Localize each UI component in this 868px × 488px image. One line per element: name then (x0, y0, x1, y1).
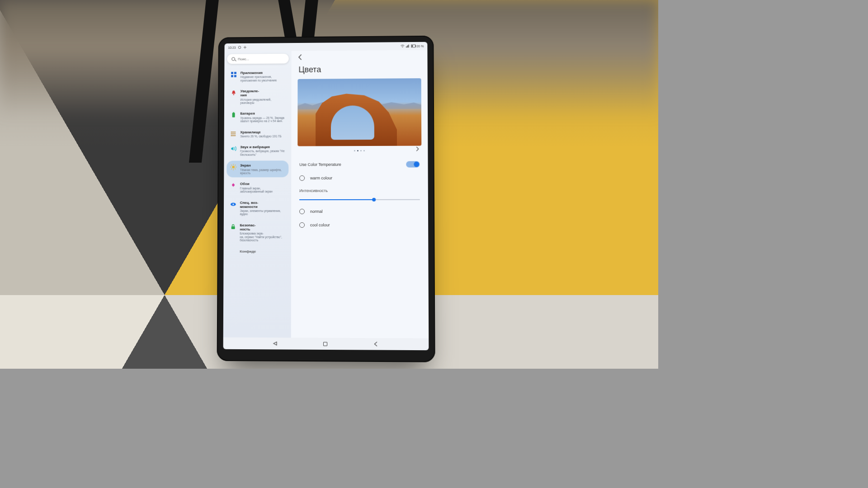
svg-point-12 (231, 133, 232, 134)
sidebar-item-sub: Блокировка экра- на, сервис "Найти устро… (240, 232, 285, 242)
sidebar-item-display[interactable]: Экран Тёмная тема, размер шрифта, яркост… (226, 161, 288, 178)
sidebar-item-storage[interactable]: Хранилище Занято 26 %, свободно 191 ГБ (227, 127, 289, 141)
nav-recents-button[interactable] (272, 340, 278, 347)
sidebar-item-label: Приложения (241, 70, 285, 75)
nav-back-button[interactable] (373, 341, 379, 347)
sidebar-item-sound[interactable]: Звук и вибрация Громкость, вибрация, реж… (226, 142, 288, 159)
radio-label: normal (310, 209, 322, 214)
radio-label: cool colour (310, 223, 330, 227)
system-nav-bar (223, 338, 429, 351)
battery-icon (411, 44, 415, 48)
sidebar-item-sub: Экран, элементы управления, аудио (240, 209, 285, 216)
sidebar-item-sub: Занято 26 %, свободно 191 ГБ (240, 135, 285, 138)
sidebar-item-label: Уведомле- ния (241, 89, 285, 98)
search-placeholder: Поис... (238, 57, 249, 61)
search-icon (231, 57, 235, 61)
sidebar-item-label: Хранилище (240, 130, 285, 134)
sidebar-item-label: Спец. воз- можности (240, 201, 285, 209)
radio-icon (299, 175, 305, 181)
radio-cool-colour[interactable]: cool colour (299, 218, 420, 232)
nav-home-button[interactable] (322, 341, 329, 347)
sidebar-item-label: Конфиде (240, 249, 285, 253)
back-button[interactable] (296, 53, 305, 62)
svg-rect-2 (412, 45, 413, 47)
sidebar-item-sub: Уровень заряда — 26 %. Заряда хватит при… (240, 116, 285, 123)
sidebar-item-sub: Недавние приложения, приложения по умолч… (241, 75, 285, 82)
svg-point-14 (232, 166, 235, 169)
lock-icon (230, 224, 236, 230)
sidebar-item-label: Безопас- ность (240, 223, 285, 231)
radio-label: warm colour (310, 176, 332, 180)
sidebar-item-wallpaper[interactable]: Обои Главный экран, заблокированный экра… (226, 179, 288, 196)
svg-rect-10 (233, 113, 234, 113)
sidebar-item-label: Обои (240, 182, 285, 186)
screen: 10:23 26 % (223, 42, 429, 350)
apps-icon (231, 71, 237, 78)
svg-rect-6 (231, 75, 233, 77)
image-pager (291, 146, 428, 155)
sidebar-item-label: Звук и вибрация (240, 145, 285, 149)
svg-point-11 (231, 131, 232, 132)
radio-icon (299, 222, 305, 228)
radio-normal[interactable]: normal (299, 205, 420, 218)
settings-sidebar: Поис... Приложения Недавние приложения, … (223, 51, 292, 338)
svg-rect-7 (234, 75, 236, 77)
sidebar-item-apps[interactable]: Приложения Недавние приложения, приложен… (227, 68, 289, 84)
privacy-icon (230, 250, 236, 256)
signal-icon (406, 44, 409, 48)
bell-icon (231, 90, 237, 96)
sidebar-item-sub: Громкость, вибрация, режим "Не беспокоит… (240, 150, 285, 156)
svg-point-0 (238, 46, 241, 49)
sidebar-item-privacy[interactable]: Конфиде (226, 247, 288, 259)
wallpaper-icon (230, 183, 236, 189)
wifi-icon (400, 44, 404, 48)
sidebar-item-label: Экран (240, 164, 285, 168)
volume-icon (230, 145, 236, 152)
sidebar-item-accessibility[interactable]: Спец. воз- можности Экран, элементы упра… (226, 198, 288, 219)
status-time: 10:23 (228, 46, 236, 49)
sidebar-item-sub: История уведомлений, разговоры (241, 98, 285, 104)
svg-point-16 (232, 203, 234, 205)
next-image-button[interactable] (415, 147, 420, 151)
radio-icon (299, 209, 305, 214)
intensity-slider[interactable] (299, 197, 420, 203)
svg-rect-17 (231, 226, 235, 229)
use-color-temp-toggle[interactable] (406, 161, 420, 168)
sidebar-item-label: Батарея (240, 112, 285, 116)
storage-icon (231, 131, 237, 137)
sidebar-item-sub: Главный экран, заблокированный экран (240, 187, 285, 193)
battery-icon (231, 112, 237, 118)
status-battery-text: 26 % (416, 44, 424, 47)
svg-point-8 (233, 94, 235, 95)
search-input[interactable]: Поис... (227, 54, 288, 64)
svg-rect-5 (234, 72, 236, 74)
color-preview-image (297, 78, 421, 146)
sidebar-item-sub: Тёмная тема, размер шрифта, яркость (240, 168, 285, 175)
brightness-icon (230, 164, 236, 170)
svg-rect-4 (231, 72, 233, 74)
eye-icon (230, 201, 236, 207)
settings-status-icon (238, 46, 241, 49)
tablet-device: 10:23 26 % (217, 36, 435, 362)
radio-warm-colour[interactable]: warm colour (299, 171, 420, 185)
sidebar-item-security[interactable]: Безопас- ность Блокировка экра- на, серв… (226, 221, 288, 245)
use-color-temp-label: Use Color Temperature (299, 162, 341, 167)
svg-rect-9 (232, 113, 235, 117)
detail-pane: Цвета Use Color Temperature (291, 50, 429, 338)
svg-point-13 (231, 135, 232, 136)
page-title: Цвета (292, 62, 428, 79)
intensity-label: Интенсивность (299, 185, 420, 193)
sidebar-item-battery[interactable]: Батарея Уровень заряда — 26 %. Заряда хв… (227, 109, 289, 126)
sidebar-item-notifications[interactable]: Уведомле- ния История уведомлений, разго… (227, 86, 289, 108)
unknown-status-icon (243, 46, 246, 49)
